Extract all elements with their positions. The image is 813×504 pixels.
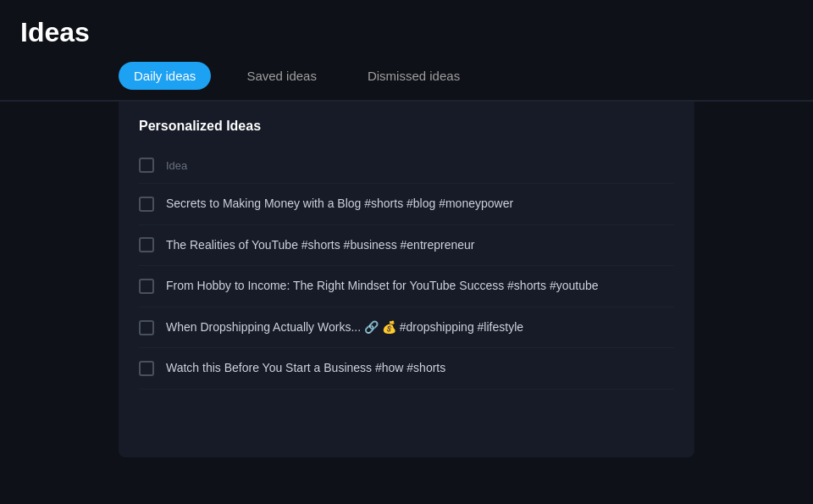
idea-text-3: From Hobby to Income: The Right Mindset … [166,278,599,295]
idea-checkbox-1[interactable] [139,197,154,212]
idea-text-1: Secrets to Making Money with a Blog #sho… [166,196,513,213]
idea-text-5: Watch this Before You Start a Business #… [166,360,445,377]
section-title: Personalized Ideas [139,119,674,134]
page-title: Ideas [20,17,793,48]
idea-row: From Hobby to Income: The Right Mindset … [139,266,674,307]
idea-checkbox-4[interactable] [139,320,154,335]
idea-row: The Realities of YouTube #shorts #busine… [139,225,674,267]
idea-row: Watch this Before You Start a Business #… [139,348,674,390]
content-area: Personalized Ideas Idea Secrets to Makin… [119,102,694,457]
idea-checkbox-5[interactable] [139,361,154,376]
tab-dismissed-ideas[interactable]: Dismissed ideas [352,62,475,90]
tab-daily-ideas[interactable]: Daily ideas [119,62,211,90]
idea-row: Secrets to Making Money with a Blog #sho… [139,184,674,225]
idea-checkbox-3[interactable] [139,279,154,294]
idea-text-2: The Realities of YouTube #shorts #busine… [166,237,475,254]
idea-row: When Dropshipping Actually Works... 🔗 💰 … [139,307,674,349]
idea-column-header: Idea [166,159,187,172]
ideas-header-row: Idea [139,151,674,184]
tabs-bar: Daily ideas Saved ideas Dismissed ideas [0,62,813,90]
select-all-checkbox[interactable] [139,158,154,173]
tab-saved-ideas[interactable]: Saved ideas [231,62,332,90]
idea-text-4: When Dropshipping Actually Works... 🔗 💰 … [166,319,523,336]
idea-checkbox-2[interactable] [139,237,154,252]
